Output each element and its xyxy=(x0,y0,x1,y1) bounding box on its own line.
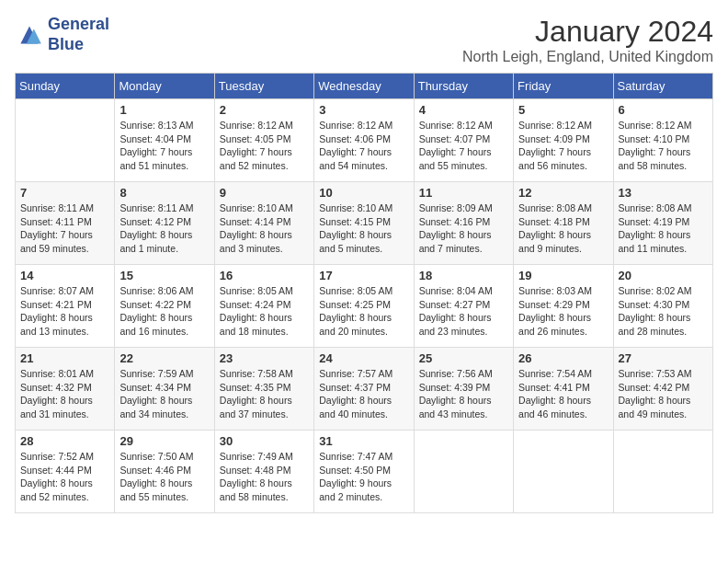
day-number: 22 xyxy=(119,351,209,365)
calendar-cell: 5Sunrise: 8:12 AMSunset: 4:09 PMDaylight… xyxy=(514,99,613,182)
calendar-cell: 1Sunrise: 8:13 AMSunset: 4:04 PMDaylight… xyxy=(115,99,214,182)
day-info: Sunrise: 7:50 AMSunset: 4:46 PMDaylight:… xyxy=(119,450,209,504)
week-row-3: 14Sunrise: 8:07 AMSunset: 4:21 PMDayligh… xyxy=(16,265,713,348)
week-row-5: 28Sunrise: 7:52 AMSunset: 4:44 PMDayligh… xyxy=(16,431,713,513)
calendar-title: January 2024 xyxy=(462,15,713,49)
day-info: Sunrise: 7:49 AMSunset: 4:48 PMDaylight:… xyxy=(220,450,309,504)
day-number: 16 xyxy=(220,269,309,282)
day-number: 19 xyxy=(518,269,608,282)
logo: General Blue xyxy=(15,15,109,54)
day-info: Sunrise: 7:58 AMSunset: 4:35 PMDaylight:… xyxy=(220,367,309,421)
calendar-cell: 14Sunrise: 8:07 AMSunset: 4:21 PMDayligh… xyxy=(16,265,115,348)
calendar-cell: 22Sunrise: 7:59 AMSunset: 4:34 PMDayligh… xyxy=(115,348,214,431)
day-info: Sunrise: 8:09 AMSunset: 4:16 PMDaylight:… xyxy=(419,201,508,256)
day-number: 14 xyxy=(20,269,109,282)
day-number: 23 xyxy=(220,351,309,365)
day-number: 28 xyxy=(20,434,109,448)
day-info: Sunrise: 7:56 AMSunset: 4:39 PMDaylight:… xyxy=(419,367,508,421)
day-info: Sunrise: 8:06 AMSunset: 4:22 PMDaylight:… xyxy=(119,284,209,339)
day-info: Sunrise: 7:47 AMSunset: 4:50 PMDaylight:… xyxy=(319,450,408,504)
day-number: 29 xyxy=(119,434,209,448)
calendar-cell: 17Sunrise: 8:05 AMSunset: 4:25 PMDayligh… xyxy=(314,265,414,348)
day-number: 26 xyxy=(518,351,608,365)
day-info: Sunrise: 7:53 AMSunset: 4:42 PMDaylight:… xyxy=(619,367,708,421)
weekday-header-thursday: Thursday xyxy=(414,74,513,99)
day-number: 7 xyxy=(20,186,109,200)
calendar-cell: 27Sunrise: 7:53 AMSunset: 4:42 PMDayligh… xyxy=(613,348,712,431)
day-info: Sunrise: 8:03 AMSunset: 4:29 PMDaylight:… xyxy=(518,284,608,339)
calendar-cell: 25Sunrise: 7:56 AMSunset: 4:39 PMDayligh… xyxy=(414,348,513,431)
calendar-cell xyxy=(514,431,613,513)
calendar-cell: 13Sunrise: 8:08 AMSunset: 4:19 PMDayligh… xyxy=(613,182,712,265)
day-info: Sunrise: 8:10 AMSunset: 4:14 PMDaylight:… xyxy=(220,201,309,256)
calendar-cell: 16Sunrise: 8:05 AMSunset: 4:24 PMDayligh… xyxy=(214,265,313,348)
day-number: 25 xyxy=(419,351,508,365)
calendar-cell: 2Sunrise: 8:12 AMSunset: 4:05 PMDaylight… xyxy=(214,99,313,182)
calendar-cell: 6Sunrise: 8:12 AMSunset: 4:10 PMDaylight… xyxy=(613,99,712,182)
day-number: 10 xyxy=(319,186,408,200)
day-number: 30 xyxy=(220,434,309,448)
day-info: Sunrise: 8:08 AMSunset: 4:19 PMDaylight:… xyxy=(619,201,708,256)
weekday-header-friday: Friday xyxy=(514,74,613,99)
calendar-cell: 11Sunrise: 8:09 AMSunset: 4:16 PMDayligh… xyxy=(414,182,513,265)
calendar-cell: 20Sunrise: 8:02 AMSunset: 4:30 PMDayligh… xyxy=(613,265,712,348)
calendar-cell: 9Sunrise: 8:10 AMSunset: 4:14 PMDaylight… xyxy=(214,182,313,265)
day-info: Sunrise: 8:13 AMSunset: 4:04 PMDaylight:… xyxy=(119,119,209,173)
calendar-cell: 24Sunrise: 7:57 AMSunset: 4:37 PMDayligh… xyxy=(314,348,414,431)
logo-icon xyxy=(15,20,44,50)
calendar-cell: 23Sunrise: 7:58 AMSunset: 4:35 PMDayligh… xyxy=(214,348,313,431)
day-info: Sunrise: 8:12 AMSunset: 4:05 PMDaylight:… xyxy=(220,119,309,173)
calendar-cell: 12Sunrise: 8:08 AMSunset: 4:18 PMDayligh… xyxy=(514,182,613,265)
calendar-cell xyxy=(16,99,115,182)
day-info: Sunrise: 8:12 AMSunset: 4:09 PMDaylight:… xyxy=(518,119,608,173)
week-row-2: 7Sunrise: 8:11 AMSunset: 4:11 PMDaylight… xyxy=(16,182,713,265)
day-number: 1 xyxy=(119,103,209,117)
logo-text: General Blue xyxy=(48,15,109,54)
day-number: 31 xyxy=(319,434,408,448)
calendar-cell: 19Sunrise: 8:03 AMSunset: 4:29 PMDayligh… xyxy=(514,265,613,348)
day-number: 3 xyxy=(319,103,408,117)
weekday-header-row: SundayMondayTuesdayWednesdayThursdayFrid… xyxy=(16,74,713,99)
day-info: Sunrise: 8:12 AMSunset: 4:06 PMDaylight:… xyxy=(319,119,408,173)
week-row-1: 1Sunrise: 8:13 AMSunset: 4:04 PMDaylight… xyxy=(16,99,713,182)
day-number: 20 xyxy=(619,269,708,282)
day-info: Sunrise: 8:05 AMSunset: 4:25 PMDaylight:… xyxy=(319,284,408,339)
title-block: January 2024 North Leigh, England, Unite… xyxy=(462,15,713,65)
calendar-table: SundayMondayTuesdayWednesdayThursdayFrid… xyxy=(15,73,713,513)
calendar-cell: 7Sunrise: 8:11 AMSunset: 4:11 PMDaylight… xyxy=(16,182,115,265)
day-info: Sunrise: 8:08 AMSunset: 4:18 PMDaylight:… xyxy=(518,201,608,256)
day-number: 15 xyxy=(119,269,209,282)
day-info: Sunrise: 7:57 AMSunset: 4:37 PMDaylight:… xyxy=(319,367,408,421)
calendar-cell: 3Sunrise: 8:12 AMSunset: 4:06 PMDaylight… xyxy=(314,99,414,182)
day-number: 11 xyxy=(419,186,508,200)
calendar-cell: 18Sunrise: 8:04 AMSunset: 4:27 PMDayligh… xyxy=(414,265,513,348)
calendar-cell: 8Sunrise: 8:11 AMSunset: 4:12 PMDaylight… xyxy=(115,182,214,265)
day-info: Sunrise: 7:59 AMSunset: 4:34 PMDaylight:… xyxy=(119,367,209,421)
day-number: 12 xyxy=(518,186,608,200)
day-info: Sunrise: 8:11 AMSunset: 4:11 PMDaylight:… xyxy=(20,201,109,256)
day-number: 5 xyxy=(518,103,608,117)
calendar-cell: 26Sunrise: 7:54 AMSunset: 4:41 PMDayligh… xyxy=(514,348,613,431)
weekday-header-sunday: Sunday xyxy=(16,74,115,99)
calendar-cell: 28Sunrise: 7:52 AMSunset: 4:44 PMDayligh… xyxy=(16,431,115,513)
page-header: General Blue January 2024 North Leigh, E… xyxy=(15,15,713,65)
calendar-subtitle: North Leigh, England, United Kingdom xyxy=(462,49,713,65)
day-info: Sunrise: 8:12 AMSunset: 4:10 PMDaylight:… xyxy=(619,119,708,173)
day-info: Sunrise: 7:54 AMSunset: 4:41 PMDaylight:… xyxy=(518,367,608,421)
day-number: 18 xyxy=(419,269,508,282)
day-number: 24 xyxy=(319,351,408,365)
day-number: 21 xyxy=(20,351,109,365)
calendar-cell: 30Sunrise: 7:49 AMSunset: 4:48 PMDayligh… xyxy=(214,431,313,513)
calendar-cell: 4Sunrise: 8:12 AMSunset: 4:07 PMDaylight… xyxy=(414,99,513,182)
day-number: 2 xyxy=(220,103,309,117)
day-number: 9 xyxy=(220,186,309,200)
day-info: Sunrise: 8:12 AMSunset: 4:07 PMDaylight:… xyxy=(419,119,508,173)
weekday-header-wednesday: Wednesday xyxy=(314,74,414,99)
day-info: Sunrise: 8:11 AMSunset: 4:12 PMDaylight:… xyxy=(119,201,209,256)
day-info: Sunrise: 8:05 AMSunset: 4:24 PMDaylight:… xyxy=(220,284,309,339)
day-info: Sunrise: 8:01 AMSunset: 4:32 PMDaylight:… xyxy=(20,367,109,421)
calendar-cell: 15Sunrise: 8:06 AMSunset: 4:22 PMDayligh… xyxy=(115,265,214,348)
calendar-cell xyxy=(613,431,712,513)
day-info: Sunrise: 8:07 AMSunset: 4:21 PMDaylight:… xyxy=(20,284,109,339)
calendar-cell: 10Sunrise: 8:10 AMSunset: 4:15 PMDayligh… xyxy=(314,182,414,265)
